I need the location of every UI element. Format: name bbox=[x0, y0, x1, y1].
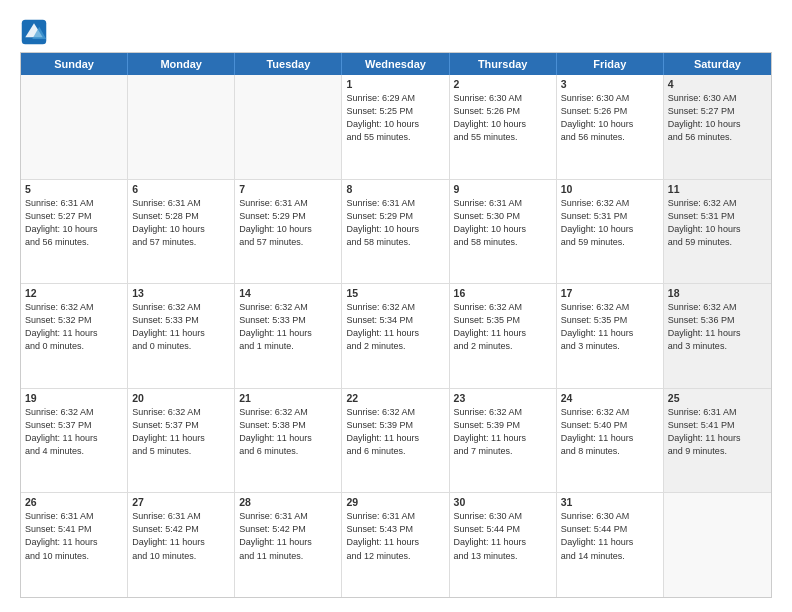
day-number: 5 bbox=[25, 183, 123, 195]
cell-info: Sunrise: 6:32 AM Sunset: 5:33 PM Dayligh… bbox=[239, 301, 337, 353]
cal-cell: 20Sunrise: 6:32 AM Sunset: 5:37 PM Dayli… bbox=[128, 389, 235, 493]
day-number: 4 bbox=[668, 78, 767, 90]
day-number: 10 bbox=[561, 183, 659, 195]
cal-cell: 11Sunrise: 6:32 AM Sunset: 5:31 PM Dayli… bbox=[664, 180, 771, 284]
cal-cell: 2Sunrise: 6:30 AM Sunset: 5:26 PM Daylig… bbox=[450, 75, 557, 179]
day-number: 9 bbox=[454, 183, 552, 195]
cal-cell: 31Sunrise: 6:30 AM Sunset: 5:44 PM Dayli… bbox=[557, 493, 664, 597]
week-row-1: 1Sunrise: 6:29 AM Sunset: 5:25 PM Daylig… bbox=[21, 75, 771, 180]
cell-info: Sunrise: 6:31 AM Sunset: 5:30 PM Dayligh… bbox=[454, 197, 552, 249]
day-number: 26 bbox=[25, 496, 123, 508]
day-number: 18 bbox=[668, 287, 767, 299]
day-number: 2 bbox=[454, 78, 552, 90]
page: SundayMondayTuesdayWednesdayThursdayFrid… bbox=[0, 0, 792, 612]
week-row-5: 26Sunrise: 6:31 AM Sunset: 5:41 PM Dayli… bbox=[21, 493, 771, 597]
header-day-friday: Friday bbox=[557, 53, 664, 75]
cal-cell: 7Sunrise: 6:31 AM Sunset: 5:29 PM Daylig… bbox=[235, 180, 342, 284]
cal-cell: 6Sunrise: 6:31 AM Sunset: 5:28 PM Daylig… bbox=[128, 180, 235, 284]
calendar-header: SundayMondayTuesdayWednesdayThursdayFrid… bbox=[21, 53, 771, 75]
cell-info: Sunrise: 6:32 AM Sunset: 5:31 PM Dayligh… bbox=[561, 197, 659, 249]
cell-info: Sunrise: 6:32 AM Sunset: 5:33 PM Dayligh… bbox=[132, 301, 230, 353]
day-number: 14 bbox=[239, 287, 337, 299]
day-number: 19 bbox=[25, 392, 123, 404]
cell-info: Sunrise: 6:31 AM Sunset: 5:43 PM Dayligh… bbox=[346, 510, 444, 562]
cell-info: Sunrise: 6:31 AM Sunset: 5:29 PM Dayligh… bbox=[346, 197, 444, 249]
week-row-4: 19Sunrise: 6:32 AM Sunset: 5:37 PM Dayli… bbox=[21, 389, 771, 494]
calendar-body: 1Sunrise: 6:29 AM Sunset: 5:25 PM Daylig… bbox=[21, 75, 771, 597]
logo bbox=[20, 18, 52, 46]
cal-cell: 23Sunrise: 6:32 AM Sunset: 5:39 PM Dayli… bbox=[450, 389, 557, 493]
cal-cell: 19Sunrise: 6:32 AM Sunset: 5:37 PM Dayli… bbox=[21, 389, 128, 493]
cal-cell: 1Sunrise: 6:29 AM Sunset: 5:25 PM Daylig… bbox=[342, 75, 449, 179]
header-day-saturday: Saturday bbox=[664, 53, 771, 75]
cal-cell: 26Sunrise: 6:31 AM Sunset: 5:41 PM Dayli… bbox=[21, 493, 128, 597]
cell-info: Sunrise: 6:32 AM Sunset: 5:38 PM Dayligh… bbox=[239, 406, 337, 458]
day-number: 27 bbox=[132, 496, 230, 508]
cell-info: Sunrise: 6:32 AM Sunset: 5:39 PM Dayligh… bbox=[454, 406, 552, 458]
cell-info: Sunrise: 6:30 AM Sunset: 5:44 PM Dayligh… bbox=[561, 510, 659, 562]
cell-info: Sunrise: 6:31 AM Sunset: 5:41 PM Dayligh… bbox=[668, 406, 767, 458]
cal-cell: 25Sunrise: 6:31 AM Sunset: 5:41 PM Dayli… bbox=[664, 389, 771, 493]
cal-cell: 9Sunrise: 6:31 AM Sunset: 5:30 PM Daylig… bbox=[450, 180, 557, 284]
cal-cell bbox=[235, 75, 342, 179]
cell-info: Sunrise: 6:32 AM Sunset: 5:37 PM Dayligh… bbox=[132, 406, 230, 458]
cell-info: Sunrise: 6:31 AM Sunset: 5:41 PM Dayligh… bbox=[25, 510, 123, 562]
cal-cell: 27Sunrise: 6:31 AM Sunset: 5:42 PM Dayli… bbox=[128, 493, 235, 597]
day-number: 25 bbox=[668, 392, 767, 404]
day-number: 1 bbox=[346, 78, 444, 90]
cell-info: Sunrise: 6:31 AM Sunset: 5:28 PM Dayligh… bbox=[132, 197, 230, 249]
cal-cell: 14Sunrise: 6:32 AM Sunset: 5:33 PM Dayli… bbox=[235, 284, 342, 388]
day-number: 16 bbox=[454, 287, 552, 299]
cell-info: Sunrise: 6:31 AM Sunset: 5:42 PM Dayligh… bbox=[132, 510, 230, 562]
day-number: 22 bbox=[346, 392, 444, 404]
header-day-wednesday: Wednesday bbox=[342, 53, 449, 75]
cell-info: Sunrise: 6:32 AM Sunset: 5:32 PM Dayligh… bbox=[25, 301, 123, 353]
cell-info: Sunrise: 6:30 AM Sunset: 5:44 PM Dayligh… bbox=[454, 510, 552, 562]
cal-cell: 12Sunrise: 6:32 AM Sunset: 5:32 PM Dayli… bbox=[21, 284, 128, 388]
header-day-tuesday: Tuesday bbox=[235, 53, 342, 75]
day-number: 11 bbox=[668, 183, 767, 195]
header bbox=[20, 18, 772, 46]
day-number: 12 bbox=[25, 287, 123, 299]
cell-info: Sunrise: 6:31 AM Sunset: 5:42 PM Dayligh… bbox=[239, 510, 337, 562]
cal-cell: 22Sunrise: 6:32 AM Sunset: 5:39 PM Dayli… bbox=[342, 389, 449, 493]
day-number: 31 bbox=[561, 496, 659, 508]
cell-info: Sunrise: 6:31 AM Sunset: 5:29 PM Dayligh… bbox=[239, 197, 337, 249]
cal-cell: 24Sunrise: 6:32 AM Sunset: 5:40 PM Dayli… bbox=[557, 389, 664, 493]
cell-info: Sunrise: 6:32 AM Sunset: 5:36 PM Dayligh… bbox=[668, 301, 767, 353]
day-number: 28 bbox=[239, 496, 337, 508]
cell-info: Sunrise: 6:32 AM Sunset: 5:31 PM Dayligh… bbox=[668, 197, 767, 249]
week-row-3: 12Sunrise: 6:32 AM Sunset: 5:32 PM Dayli… bbox=[21, 284, 771, 389]
cal-cell bbox=[128, 75, 235, 179]
cal-cell: 29Sunrise: 6:31 AM Sunset: 5:43 PM Dayli… bbox=[342, 493, 449, 597]
day-number: 7 bbox=[239, 183, 337, 195]
cell-info: Sunrise: 6:30 AM Sunset: 5:26 PM Dayligh… bbox=[454, 92, 552, 144]
cell-info: Sunrise: 6:32 AM Sunset: 5:35 PM Dayligh… bbox=[561, 301, 659, 353]
cal-cell: 16Sunrise: 6:32 AM Sunset: 5:35 PM Dayli… bbox=[450, 284, 557, 388]
day-number: 20 bbox=[132, 392, 230, 404]
cal-cell: 30Sunrise: 6:30 AM Sunset: 5:44 PM Dayli… bbox=[450, 493, 557, 597]
day-number: 30 bbox=[454, 496, 552, 508]
cell-info: Sunrise: 6:30 AM Sunset: 5:27 PM Dayligh… bbox=[668, 92, 767, 144]
calendar: SundayMondayTuesdayWednesdayThursdayFrid… bbox=[20, 52, 772, 598]
cell-info: Sunrise: 6:32 AM Sunset: 5:34 PM Dayligh… bbox=[346, 301, 444, 353]
cell-info: Sunrise: 6:30 AM Sunset: 5:26 PM Dayligh… bbox=[561, 92, 659, 144]
logo-icon bbox=[20, 18, 48, 46]
cal-cell: 18Sunrise: 6:32 AM Sunset: 5:36 PM Dayli… bbox=[664, 284, 771, 388]
cell-info: Sunrise: 6:32 AM Sunset: 5:37 PM Dayligh… bbox=[25, 406, 123, 458]
day-number: 23 bbox=[454, 392, 552, 404]
cell-info: Sunrise: 6:31 AM Sunset: 5:27 PM Dayligh… bbox=[25, 197, 123, 249]
cal-cell: 28Sunrise: 6:31 AM Sunset: 5:42 PM Dayli… bbox=[235, 493, 342, 597]
cal-cell: 3Sunrise: 6:30 AM Sunset: 5:26 PM Daylig… bbox=[557, 75, 664, 179]
cell-info: Sunrise: 6:32 AM Sunset: 5:39 PM Dayligh… bbox=[346, 406, 444, 458]
cal-cell: 5Sunrise: 6:31 AM Sunset: 5:27 PM Daylig… bbox=[21, 180, 128, 284]
day-number: 24 bbox=[561, 392, 659, 404]
cell-info: Sunrise: 6:32 AM Sunset: 5:35 PM Dayligh… bbox=[454, 301, 552, 353]
cal-cell: 10Sunrise: 6:32 AM Sunset: 5:31 PM Dayli… bbox=[557, 180, 664, 284]
header-day-thursday: Thursday bbox=[450, 53, 557, 75]
cal-cell: 13Sunrise: 6:32 AM Sunset: 5:33 PM Dayli… bbox=[128, 284, 235, 388]
cal-cell: 21Sunrise: 6:32 AM Sunset: 5:38 PM Dayli… bbox=[235, 389, 342, 493]
header-day-monday: Monday bbox=[128, 53, 235, 75]
cal-cell bbox=[664, 493, 771, 597]
day-number: 13 bbox=[132, 287, 230, 299]
